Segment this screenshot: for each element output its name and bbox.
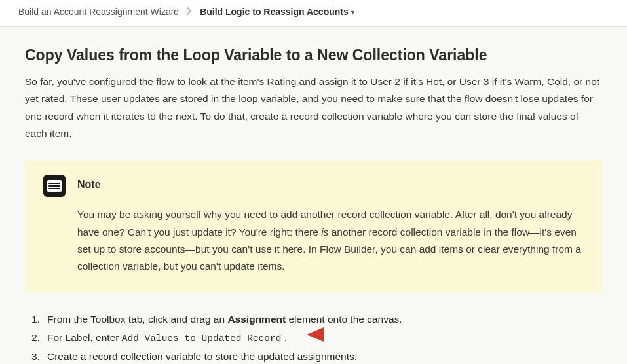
step-number: 1. [31, 311, 43, 328]
breadcrumb-current-label: Build Logic to Reassign Accounts [200, 7, 349, 17]
breadcrumb-separator-icon [187, 7, 192, 17]
step-2: 2. For Label, enter Add Values to Update… [31, 329, 602, 347]
step-2-pre: For Label, enter [47, 332, 122, 343]
step-number: 3. [31, 348, 43, 364]
note-icon [43, 175, 66, 197]
step-1-post: element onto the canvas. [286, 314, 402, 325]
breadcrumb-parent[interactable]: Build an Account Reassignment Wizard [18, 7, 179, 17]
step-text: For Label, enter Add Values to Updated R… [47, 329, 287, 347]
breadcrumb-current[interactable]: Build Logic to Reassign Accounts ▾ [200, 7, 354, 17]
note-title: Note [77, 175, 101, 191]
page-title: Copy Values from the Loop Variable to a … [25, 46, 602, 64]
step-3: 3. Create a record collection variable t… [31, 348, 602, 364]
step-2-code: Add Values to Updated Record [122, 333, 282, 344]
steps-list: 1. From the Toolbox tab, click and drag … [25, 311, 602, 364]
note-box: Note You may be asking yourself why you … [25, 160, 602, 292]
step-1-pre: From the Toolbox tab, click and drag an [47, 314, 227, 325]
step-text: Create a record collection variable to s… [47, 348, 357, 364]
main-content: Copy Values from the Loop Variable to a … [0, 27, 627, 364]
step-1-strong: Assignment [227, 314, 286, 325]
step-number: 2. [31, 329, 43, 347]
step-text: From the Toolbox tab, click and drag an … [47, 311, 402, 328]
note-body-is: is [321, 227, 328, 238]
note-body: You may be asking yourself why you need … [77, 206, 584, 275]
step-2-post: . [281, 332, 287, 343]
breadcrumb: Build an Account Reassignment Wizard Bui… [0, 0, 627, 27]
step-1: 1. From the Toolbox tab, click and drag … [31, 311, 602, 328]
note-header: Note [43, 175, 584, 197]
intro-paragraph: So far, you've configured the flow to lo… [25, 73, 602, 142]
chevron-down-icon: ▾ [351, 9, 354, 16]
